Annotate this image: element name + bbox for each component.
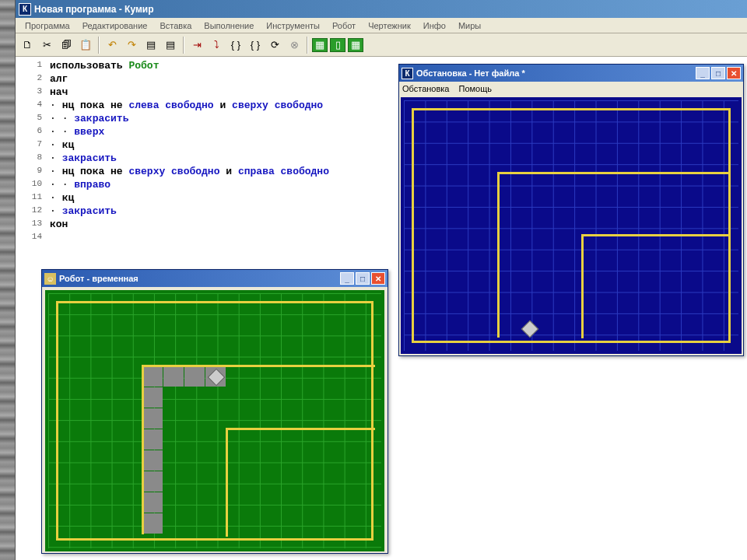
stop-button[interactable]: ⊗ — [286, 37, 303, 54]
line-number: 9 — [16, 166, 47, 179]
wall-vertical — [142, 365, 144, 534]
painted-cell — [142, 450, 163, 471]
code-content[interactable]: использовать Робот алг нач · нц пока не … — [50, 60, 329, 245]
env-wall-vertical — [497, 172, 500, 338]
redo-button[interactable]: ↷ — [123, 37, 140, 54]
env-wall-horizontal-inner — [581, 234, 731, 236]
line-number: 2 — [16, 73, 47, 86]
env-wall-horizontal — [497, 172, 731, 174]
line-number: 4 — [16, 100, 47, 113]
env-menu-setup[interactable]: Обстановка — [402, 84, 449, 93]
doc2-button[interactable]: ▤ — [162, 37, 179, 54]
menu-draftsman[interactable]: Чертежник — [362, 19, 417, 32]
painted-cell — [142, 387, 163, 408]
code-line — [50, 232, 329, 245]
brace2-button[interactable]: { } — [247, 37, 264, 54]
code-line: · · закрасить — [50, 113, 329, 126]
close-button[interactable]: ✕ — [371, 272, 385, 285]
brace1-button[interactable]: { } — [227, 37, 244, 54]
robot-field[interactable] — [45, 290, 384, 551]
close-button[interactable]: ✕ — [727, 67, 741, 79]
line-number: 3 — [16, 86, 47, 100]
menu-worlds[interactable]: Миры — [452, 19, 487, 32]
minimize-button[interactable]: _ — [340, 272, 354, 285]
env-window-title: Обстановка - Нет файла * — [416, 68, 525, 78]
menu-run[interactable]: Выполнение — [198, 19, 260, 32]
menu-insert[interactable]: Вставка — [153, 19, 198, 32]
painted-cell — [142, 471, 163, 492]
painted-cell — [184, 366, 205, 387]
menu-tools[interactable]: Инструменты — [260, 19, 326, 32]
code-line: · кц — [50, 139, 329, 152]
menu-program[interactable]: Программа — [19, 19, 76, 32]
app-title: Новая программа - Кумир — [34, 4, 154, 15]
continue-button[interactable]: ⟳ — [266, 37, 283, 54]
code-line: · нц пока не сверху свободно и справа св… — [50, 166, 329, 179]
line-number: 5 — [16, 113, 47, 126]
code-line: · · вправо — [50, 179, 329, 192]
menu-robot[interactable]: Робот — [326, 19, 362, 32]
app-icon: К — [19, 3, 31, 16]
painted-cell — [142, 408, 163, 429]
painted-cell — [163, 366, 184, 387]
line-number: 6 — [16, 126, 47, 139]
code-line: использовать Робот — [50, 60, 329, 73]
line-number: 7 — [16, 139, 47, 152]
step-in-button[interactable]: ⇥ — [188, 37, 205, 54]
code-line: нач — [50, 86, 329, 100]
painted-cell — [142, 429, 163, 450]
undo-button[interactable]: ↶ — [103, 37, 121, 54]
code-line: · закрасить — [50, 152, 329, 166]
code-line: · кц — [50, 192, 329, 205]
line-number: 11 — [16, 192, 47, 205]
menu-edit[interactable]: Редактирование — [76, 19, 154, 32]
robot-window-icon: ☺ — [44, 273, 56, 285]
toolbar: 🗋 ✂ 🗐 📋 ↶ ↷ ▤ ▤ ⇥ ⤵ { } { } ⟳ ⊗ ▦ ▯ ▦ — [16, 33, 747, 57]
maximize-button[interactable]: □ — [711, 67, 725, 79]
world1-button[interactable]: ▦ — [312, 38, 328, 52]
line-number: 14 — [16, 232, 47, 245]
minimize-button[interactable]: _ — [696, 67, 710, 79]
env-field[interactable] — [401, 97, 742, 354]
code-line: кон — [50, 219, 329, 232]
menubar: Программа Редактирование Вставка Выполне… — [16, 18, 747, 33]
line-number: 8 — [16, 152, 47, 166]
new-button[interactable]: 🗋 — [19, 37, 36, 54]
robot-titlebar[interactable]: ☺ Робот - временная _ □ ✕ — [42, 270, 388, 287]
painted-cell — [142, 513, 163, 534]
menu-info[interactable]: Инфо — [417, 19, 452, 32]
code-line: · нц пока не слева свободно и сверху сво… — [50, 100, 329, 113]
line-number: 12 — [16, 205, 47, 219]
toolbar-separator — [307, 37, 308, 54]
maximize-button[interactable]: □ — [356, 272, 370, 285]
cut-button[interactable]: ✂ — [38, 37, 55, 54]
paste-button[interactable]: 📋 — [77, 37, 94, 54]
step-over-button[interactable]: ⤵ — [208, 37, 225, 54]
robot-window-title: Робот - временная — [59, 274, 139, 283]
copy-button[interactable]: 🗐 — [58, 37, 75, 54]
environment-window[interactable]: К Обстановка - Нет файла * _ □ ✕ Обстано… — [398, 64, 744, 356]
code-line: · · вверх — [50, 126, 329, 139]
line-number: 10 — [16, 179, 47, 192]
toolbar-separator — [98, 37, 100, 54]
line-gutter: 1 2 3 4 5 6 7 8 9 10 11 12 13 14 — [16, 60, 47, 245]
env-titlebar[interactable]: К Обстановка - Нет файла * _ □ ✕ — [399, 65, 743, 82]
doc1-button[interactable]: ▤ — [142, 37, 160, 54]
world2-button[interactable]: ▯ — [330, 38, 345, 52]
line-number: 1 — [16, 60, 47, 73]
toolbar-separator — [183, 37, 184, 54]
robot-window[interactable]: ☺ Робот - временная _ □ ✕ — [41, 269, 388, 554]
field-border — [56, 301, 374, 541]
main-titlebar[interactable]: К Новая программа - Кумир — [16, 0, 747, 18]
painted-cell — [142, 366, 163, 387]
env-menubar: Обстановка Помощь — [399, 82, 743, 96]
wall-horizontal — [142, 365, 375, 367]
code-line: · закрасить — [50, 205, 329, 219]
wall-horizontal-inner — [226, 428, 375, 430]
env-wall-vertical-inner — [581, 234, 584, 338]
env-menu-help[interactable]: Помощь — [458, 84, 492, 93]
line-number: 13 — [16, 219, 47, 232]
code-line: алг — [50, 73, 329, 86]
notebook-spiral — [0, 0, 16, 560]
world3-button[interactable]: ▦ — [348, 38, 363, 52]
